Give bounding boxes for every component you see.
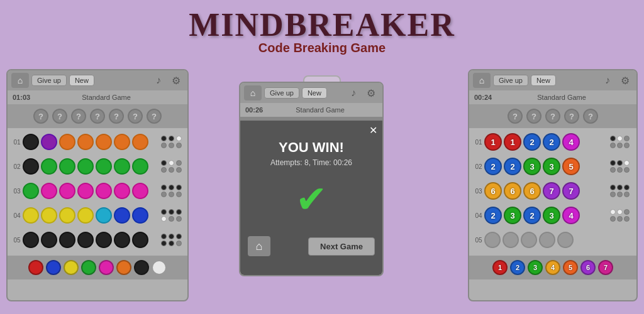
center-home-button[interactable] [244,85,262,100]
peg[interactable] [41,232,57,248]
right-new-button[interactable]: New [531,75,556,86]
fb-dot [610,192,616,197]
peg[interactable] [59,183,75,199]
peg[interactable] [77,232,94,248]
peg[interactable] [114,183,130,199]
color-btn-yellow[interactable] [64,260,79,275]
peg[interactable] [41,207,57,224]
right-color-3[interactable]: 3 [528,260,543,275]
home-icon [18,75,23,85]
peg[interactable] [539,232,555,248]
color-btn-magenta[interactable] [99,260,114,275]
peg[interactable] [114,134,130,150]
peg[interactable] [132,134,148,150]
fb-dot [624,192,630,197]
color-btn-orange[interactable] [116,260,131,275]
peg[interactable] [77,158,94,175]
color-btn-red[interactable] [28,260,43,275]
secret-q2: ? [526,109,541,124]
num-peg[interactable]: 6 [484,182,502,200]
num-peg[interactable]: 7 [543,182,560,200]
peg[interactable] [23,183,39,199]
num-peg[interactable]: 2 [504,158,521,175]
peg[interactable] [114,232,130,248]
right-color-5[interactable]: 5 [563,260,578,275]
peg[interactable] [96,158,112,175]
peg[interactable] [23,232,39,248]
num-peg[interactable]: 7 [562,182,580,200]
peg[interactable] [521,232,537,248]
peg[interactable] [59,232,75,248]
num-peg[interactable]: 6 [504,182,521,200]
center-new-button[interactable]: New [302,87,327,99]
win-home-button[interactable]: ⌂ [248,236,270,256]
num-peg[interactable]: 2 [543,133,560,151]
peg[interactable] [41,183,57,199]
peg[interactable] [132,158,148,175]
peg[interactable] [77,183,94,199]
right-sound-button[interactable]: ♪ [600,73,615,88]
num-peg[interactable]: 5 [562,158,580,175]
num-peg[interactable]: 4 [562,133,580,151]
num-peg[interactable]: 3 [543,207,560,224]
peg[interactable] [23,207,39,224]
num-peg[interactable]: 1 [484,133,502,151]
num-peg[interactable]: 2 [484,207,502,224]
peg[interactable] [41,158,57,175]
right-home-button[interactable] [473,73,491,88]
color-btn-blue[interactable] [46,260,61,275]
peg[interactable] [96,183,112,199]
num-peg[interactable]: 3 [504,207,521,224]
color-btn-green[interactable] [81,260,96,275]
right-color-2[interactable]: 2 [510,260,525,275]
row-num: 02 [11,163,23,170]
color-btn-white[interactable] [152,260,167,275]
peg[interactable] [132,232,148,248]
left-home-button[interactable] [11,73,29,88]
peg[interactable] [502,232,519,248]
peg[interactable] [41,134,57,150]
color-btn-black[interactable] [134,260,149,275]
peg[interactable] [132,183,148,199]
num-peg[interactable]: 3 [523,158,541,175]
right-color-1[interactable]: 1 [492,260,508,275]
left-new-button[interactable]: New [69,75,94,86]
center-settings-button[interactable]: ⚙ [364,85,379,100]
peg[interactable] [59,207,75,224]
left-sound-button[interactable]: ♪ [151,73,166,88]
peg[interactable] [96,207,112,224]
peg[interactable] [77,134,94,150]
right-row-5: 05 [473,229,633,251]
num-peg[interactable]: 1 [504,133,521,151]
peg[interactable] [114,158,130,175]
peg[interactable] [557,232,574,248]
win-overlay: ✕ YOU WIN! Attempts: 8, Time: 00:26 ✔ ⌂ … [240,121,382,275]
right-give-up-button[interactable]: Give up [493,75,528,86]
peg[interactable] [23,134,39,150]
right-settings-button[interactable]: ⚙ [618,73,633,88]
peg[interactable] [77,207,94,224]
left-give-up-button[interactable]: Give up [31,75,67,86]
next-game-button[interactable]: Next Game [308,237,375,256]
peg[interactable] [132,207,148,224]
center-give-up-button[interactable]: Give up [264,87,299,99]
peg[interactable] [484,232,501,248]
center-sound-button[interactable]: ♪ [346,85,361,100]
peg[interactable] [96,134,112,150]
peg[interactable] [96,232,112,248]
right-color-4[interactable]: 4 [545,260,560,275]
num-peg[interactable]: 3 [543,158,560,175]
peg[interactable] [59,158,75,175]
peg[interactable] [23,158,39,175]
num-peg[interactable]: 2 [484,158,502,175]
peg[interactable] [59,134,75,150]
num-peg[interactable]: 2 [523,133,541,151]
num-peg[interactable]: 4 [562,207,580,224]
right-color-7[interactable]: 7 [598,260,613,275]
peg[interactable] [114,207,130,224]
left-settings-button[interactable]: ⚙ [169,73,184,88]
num-peg[interactable]: 6 [523,182,541,200]
win-close-button[interactable]: ✕ [369,124,377,136]
num-peg[interactable]: 2 [523,207,541,224]
right-color-6[interactable]: 6 [580,260,596,275]
